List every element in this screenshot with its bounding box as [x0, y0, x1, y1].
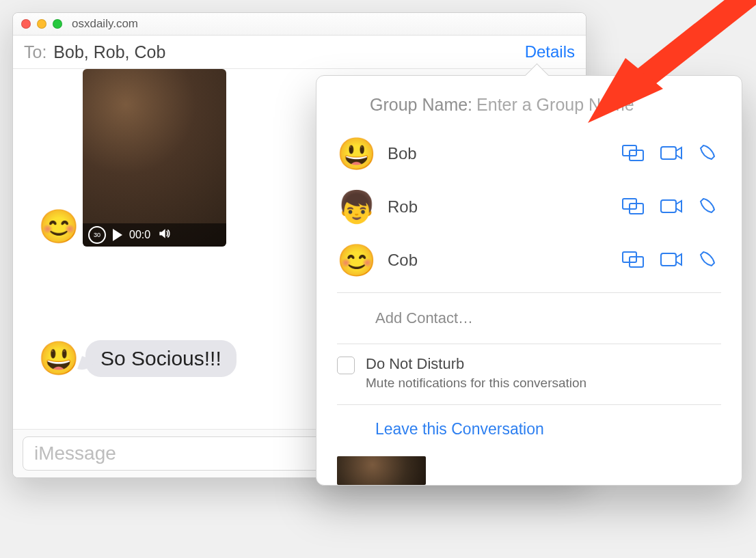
contact-name: Cob — [388, 251, 609, 270]
play-button[interactable] — [113, 229, 122, 241]
video-attachment[interactable]: 30 00:0 — [83, 69, 226, 247]
leave-conversation-row: Leave this Conversation — [316, 405, 742, 456]
message-bubble: So Socious!!! — [85, 340, 237, 377]
contact-avatar: 😃 — [337, 135, 375, 173]
contact-name: Bob — [388, 144, 609, 163]
screen-share-icon[interactable] — [621, 249, 645, 272]
contact-actions — [621, 143, 721, 165]
contacts-list: 😃 Bob 👦 Rob 😊 Cob — [316, 127, 742, 292]
contact-actions — [621, 249, 721, 272]
audio-call-icon[interactable] — [698, 249, 721, 272]
incoming-text-message: 😃 So Socious!!! — [39, 339, 237, 378]
audio-call-icon[interactable] — [698, 196, 721, 219]
screen-share-icon[interactable] — [621, 196, 645, 219]
group-name-field[interactable]: Group Name: Enter a Group Name — [316, 76, 742, 127]
sender-avatar: 😃 — [39, 339, 79, 378]
close-window-button[interactable] — [21, 19, 31, 29]
contact-avatar: 😊 — [337, 241, 375, 279]
video-call-icon[interactable] — [660, 143, 683, 165]
svg-rect-2 — [661, 147, 676, 159]
contact-row[interactable]: 😃 Bob — [337, 127, 721, 180]
dnd-label: Do Not Disturb — [366, 355, 586, 373]
to-label: To: — [24, 42, 46, 62]
to-recipients[interactable]: Bob, Rob, Cob — [53, 42, 524, 62]
group-name-label: Group Name: — [370, 95, 472, 115]
dnd-subtitle: Mute notifications for this conversation — [366, 376, 586, 391]
video-call-icon[interactable] — [660, 249, 683, 272]
contact-name: Rob — [388, 197, 609, 217]
sender-avatar: 😊 — [39, 207, 79, 247]
contact-avatar: 👦 — [337, 188, 375, 226]
attachment-thumbnail[interactable] — [337, 456, 426, 485]
leave-conversation-link[interactable]: Leave this Conversation — [375, 420, 544, 438]
details-button[interactable]: Details — [525, 42, 575, 61]
contact-actions — [621, 196, 721, 219]
screen-share-icon[interactable] — [621, 143, 645, 165]
contact-row[interactable]: 😊 Cob — [337, 234, 721, 287]
contact-row[interactable]: 👦 Rob — [337, 180, 721, 234]
attachments-strip — [337, 456, 721, 485]
dnd-checkbox[interactable] — [337, 357, 355, 374]
video-call-icon[interactable] — [660, 196, 683, 219]
minimize-window-button[interactable] — [37, 19, 46, 29]
group-name-placeholder: Enter a Group Name — [476, 95, 634, 115]
svg-rect-5 — [661, 200, 676, 212]
video-controls: 30 00:0 — [83, 223, 226, 247]
volume-icon[interactable] — [157, 227, 171, 243]
to-bar: To: Bob, Rob, Cob Details — [13, 36, 586, 69]
svg-rect-8 — [661, 253, 676, 266]
window-title: osxdaily.com — [72, 17, 138, 31]
do-not-disturb-row: Do Not Disturb Mute notifications for th… — [316, 344, 742, 404]
audio-call-icon[interactable] — [698, 143, 721, 165]
rewind-30-button[interactable]: 30 — [88, 226, 106, 244]
add-contact-button[interactable]: Add Contact… — [316, 293, 742, 344]
zoom-window-button[interactable] — [53, 19, 62, 29]
video-time: 00:0 — [129, 229, 150, 241]
incoming-video-message: 😊 30 00:0 — [39, 69, 226, 247]
traffic-lights — [21, 19, 62, 29]
titlebar: osxdaily.com — [13, 13, 586, 36]
details-popover: Group Name: Enter a Group Name 😃 Bob 👦 R… — [316, 75, 742, 486]
